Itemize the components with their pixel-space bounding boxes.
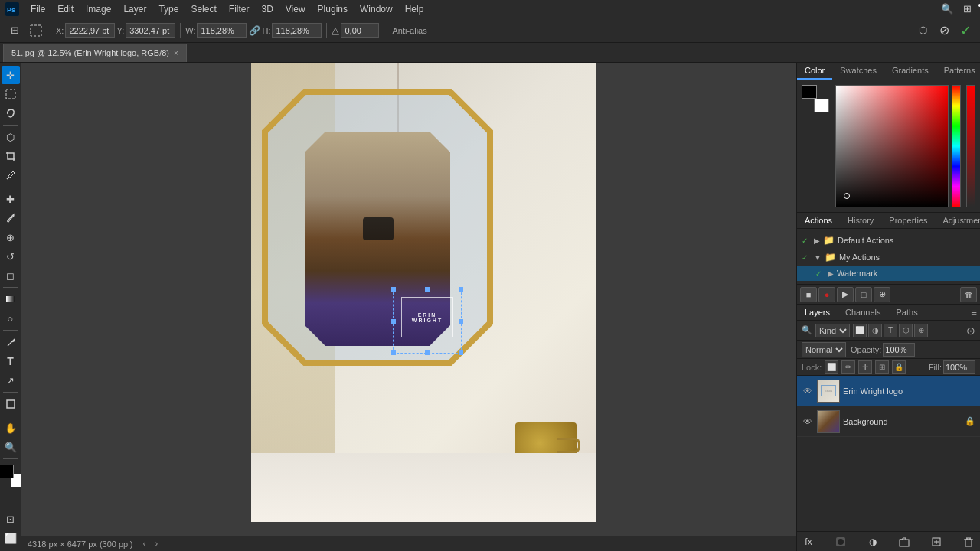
lock-proportions-btn[interactable]: 🔗 [248,24,260,37]
action-group-my-header[interactable]: ✓ ▼ 📁 My Actions [797,249,980,266]
add-style-btn[interactable]: fx [800,534,817,549]
tab-color[interactable]: Color [797,63,832,80]
hand-tool[interactable]: ✋ [2,419,20,437]
selection-tool[interactable] [2,85,20,103]
foreground-color-swatch[interactable] [0,465,14,478]
add-mask-btn[interactable] [832,534,849,549]
fill-input[interactable] [943,360,975,374]
filter-smart-btn[interactable]: ⊕ [914,324,928,337]
healing-brush-tool[interactable]: ✚ [2,190,20,208]
w-input[interactable] [197,23,247,38]
menu-help[interactable]: Help [399,2,430,16]
zoom-tool[interactable]: 🔍 [2,438,20,456]
tab-paths[interactable]: Paths [889,305,926,320]
pen-tool[interactable] [2,333,20,351]
new-layer-btn[interactable] [928,534,945,549]
menu-filter[interactable]: Filter [223,2,256,16]
filter-toggle-btn[interactable]: ⊙ [966,324,975,337]
layer-item-erin-wright[interactable]: 👁 ERIN Erin Wright logo [797,376,980,406]
lock-all-btn[interactable]: 🔒 [892,360,906,374]
new-group-btn[interactable] [896,534,913,549]
menu-view[interactable]: View [279,2,312,16]
new-action-btn[interactable]: ⊕ [874,287,890,302]
menu-edit[interactable]: Edit [51,2,80,16]
tab-layers[interactable]: Layers [797,305,838,320]
y-input[interactable] [126,23,175,38]
lock-artboard-btn[interactable]: ⊞ [875,360,889,374]
tab-actions[interactable]: Actions [797,213,840,228]
filter-adj-btn[interactable]: ◑ [868,324,882,337]
opacity-input[interactable] [883,343,915,357]
dodge-tool[interactable]: ○ [2,309,20,328]
move-tool[interactable]: ✛ [2,66,20,84]
tab-swatches[interactable]: Swatches [832,63,884,80]
document-tab[interactable]: 51.jpg @ 12.5% (Erin Wright logo, RGB/8)… [3,44,187,62]
lock-position-btn[interactable]: ✛ [858,360,872,374]
tab-gradients[interactable]: Gradients [884,63,936,80]
tab-close-btn[interactable]: × [174,49,178,57]
brush-tool[interactable] [2,209,20,227]
cancel-transform-btn[interactable]: ⊘ [934,21,954,41]
filter-pixel-btn[interactable]: ⬜ [853,324,867,337]
shape-tool[interactable] [2,395,20,413]
move-toggle-btn[interactable]: ⊞ [5,21,24,41]
search-button[interactable]: 🔍 [937,0,957,19]
tab-properties[interactable]: Properties [881,213,935,228]
screen-mode-btn[interactable]: ⬜ [2,529,20,547]
h-input[interactable] [272,23,322,38]
action-group-default-header[interactable]: ✓ ▶ 📁 Default Actions [797,232,980,249]
menu-plugins[interactable]: Plugins [312,2,354,16]
fg-bg-colors[interactable] [0,465,21,487]
blend-mode-select[interactable]: Normal [802,342,846,357]
tab-patterns[interactable]: Patterns [936,63,980,80]
layer-item-background[interactable]: 👁 Background 🔒 [797,406,980,437]
angle-input[interactable] [341,23,379,38]
path-selection-tool[interactable]: ↗ [2,371,20,390]
status-prev-btn[interactable]: ‹ [139,539,149,549]
history-brush-tool[interactable]: ↺ [2,247,20,266]
puppet-warp-btn[interactable]: ⬡ [913,21,933,41]
color-spectrum[interactable] [952,85,961,207]
menu-3d[interactable]: 3D [255,2,279,16]
action-item-watermark[interactable]: ✓ ▶ Watermark [797,266,980,281]
x-input[interactable] [65,23,115,38]
quick-mask-btn[interactable]: ⊡ [2,510,20,528]
tab-channels[interactable]: Channels [838,305,888,320]
menu-file[interactable]: File [24,2,51,16]
delete-action-btn[interactable]: 🗑 [960,287,977,302]
color-bg-swatch[interactable] [814,99,829,112]
play-btn[interactable]: ▶ [837,287,854,302]
lasso-tool[interactable] [2,104,20,122]
layer-visibility-background[interactable]: 👁 [802,416,814,428]
text-tool[interactable]: T [2,352,20,370]
eraser-tool[interactable]: ◻ [2,266,20,285]
tab-adjustments[interactable]: Adjustments [935,213,980,228]
lock-transparent-btn[interactable]: ⬜ [825,360,838,374]
delete-layer-btn[interactable] [960,534,977,549]
new-set-btn[interactable]: □ [855,287,872,302]
color-picker-gradient[interactable] [835,85,949,207]
menu-layer[interactable]: Layer [117,2,152,16]
status-next-btn[interactable]: › [151,539,162,549]
stop-btn[interactable]: ■ [800,287,817,302]
transform-toggle-btn[interactable] [26,21,46,41]
menu-select[interactable]: Select [185,2,222,16]
layers-kind-select[interactable]: Kind [815,324,850,337]
layer-visibility-erin-wright[interactable]: 👁 [802,385,814,397]
menu-window[interactable]: Window [354,2,399,16]
confirm-transform-btn[interactable]: ✓ [956,21,975,41]
color-fg-bg[interactable] [802,85,829,112]
color-alpha-slider[interactable] [966,85,975,207]
layers-panel-menu-btn[interactable]: ≡ [968,305,980,320]
workspace-button[interactable]: ⊞ [957,0,977,19]
add-adjustment-btn[interactable]: ◑ [864,534,881,549]
filter-shape-btn[interactable]: ⬡ [899,324,913,337]
eyedropper-tool[interactable] [2,166,20,184]
filter-type-btn[interactable]: T [884,324,897,337]
color-fg-swatch[interactable] [802,85,817,99]
clone-stamp-tool[interactable]: ⊕ [2,228,20,246]
tab-history[interactable]: History [840,213,881,228]
quick-select-tool[interactable]: ⬡ [2,128,20,146]
record-btn[interactable]: ● [818,287,835,302]
menu-type[interactable]: Type [152,2,185,16]
